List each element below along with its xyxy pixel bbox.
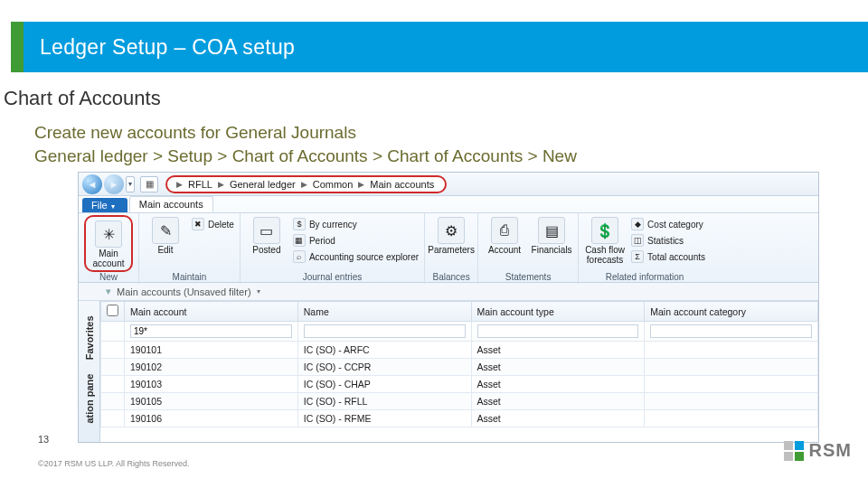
cost-label: Cost category [647,220,703,230]
logo-sq [784,452,793,461]
col-category[interactable]: Main account category [645,302,818,322]
totals-label: Total accounts [647,252,705,262]
col-name[interactable]: Name [297,302,471,322]
cell-type: Asset [471,410,645,427]
breadcrumb-item[interactable]: Common [309,179,357,190]
arrow-left-icon: ◄ [88,179,98,190]
table-header-row: Main account Name Main account type Main… [101,302,818,322]
printer-icon: ⎙ [491,217,518,244]
cell-name: IC (SO) - RFLL [297,393,471,410]
cash-icon: 💲 [591,217,618,244]
cash-flow-forecasts-button[interactable]: 💲 Cash flow forecasts [584,215,626,265]
tab-file[interactable]: File [82,198,127,212]
list-filter-bar[interactable]: ▾ Main accounts (Unsaved filter) ▾ [79,283,818,301]
delete-button[interactable]: ✖ Delete [192,217,234,231]
nav-forward-button[interactable]: ► [104,174,124,194]
period-button[interactable]: ▦Period [293,233,419,248]
filter-category[interactable] [645,322,818,342]
cell-name: IC (SO) - CCPR [297,359,471,376]
table-row[interactable]: 190103 IC (SO) - CHAP Asset [101,376,818,393]
cell-cat [645,342,818,359]
filter-input-category[interactable] [650,324,812,338]
cell-acct: 190105 [125,393,298,410]
filter-main-account[interactable] [125,322,298,342]
by-currency-label: By currency [309,220,357,230]
filter-type[interactable] [471,322,645,342]
edit-button[interactable]: ✎ Edit [145,215,186,256]
tab-main-accounts[interactable]: Main accounts [129,196,213,212]
statistics-button[interactable]: ◫Statistics [631,233,705,248]
filter-input-type[interactable] [477,324,639,338]
ribbon-group-balances: ⚙ Parameters Balances [425,213,478,284]
currency-icon: $ [293,218,306,230]
calendar-icon: ▦ [293,234,306,247]
breadcrumb-item[interactable]: General ledger [226,179,299,190]
nav-history-dropdown[interactable]: ▾ [126,176,135,192]
col-main-account[interactable]: Main account [125,302,298,322]
filter-title: Main accounts (Unsaved filter) [117,286,251,297]
cell-type: Asset [471,393,645,410]
delete-icon: ✖ [192,218,204,230]
document-icon: ▤ [538,217,565,244]
total-accounts-button[interactable]: ΣTotal accounts [631,249,705,264]
filter-name[interactable] [297,322,471,342]
parameters-label: Parameters [428,246,475,256]
breadcrumb-item[interactable]: Main accounts [366,179,438,190]
row-marker[interactable] [101,342,125,359]
side-rail[interactable]: ation pane Favorites [79,301,100,442]
cost-category-button[interactable]: ◆Cost category [631,217,705,231]
body-line-2: General ledger > Setup > Chart of Accoun… [34,145,850,168]
address-home-icon[interactable]: ▦ [140,176,158,192]
funnel-icon: ▾ [106,286,111,297]
table-row[interactable]: 190102 IC (SO) - CCPR Asset [101,359,818,376]
row-marker[interactable] [101,376,125,393]
ribbon-tabstrip: File Main accounts [79,196,818,213]
table-row[interactable]: 190106 IC (SO) - RFME Asset [101,410,818,427]
financials-button[interactable]: ▤ Financials [531,215,572,256]
parameters-button[interactable]: ⚙ Parameters [430,215,472,256]
grid-icon: ▦ [146,179,154,189]
col-checkbox[interactable] [101,302,125,322]
book-icon: ▭ [253,217,280,244]
row-marker[interactable] [101,410,125,427]
filter-input-main-account[interactable] [130,324,292,338]
ribbon-group-title: New [84,272,133,284]
cell-acct: 190106 [125,410,298,427]
nav-back-button[interactable]: ◄ [82,174,102,194]
parameters-icon: ⚙ [438,217,465,244]
table-row[interactable]: 190101 IC (SO) - ARFC Asset [101,342,818,359]
col-type[interactable]: Main account type [471,302,645,322]
copyright: ©2017 RSM US LLP. All Rights Reserved. [38,459,190,468]
body-block: Create new accounts for General Journals… [34,121,850,167]
row-marker[interactable] [101,359,125,376]
row-marker[interactable] [101,393,125,410]
select-all-checkbox[interactable] [107,305,118,316]
cell-name: IC (SO) - CHAP [297,376,471,393]
address-bar: ◄ ► ▾ ▦ ▶ RFLL ▶ General ledger ▶ Common… [79,173,818,196]
ribbon-group-title: Balances [430,272,472,284]
by-currency-button[interactable]: $By currency [293,217,419,231]
rail-label-top: Favorites [84,315,95,360]
ribbon-group-statements: ⎙ Account ▤ Financials Statements [478,213,579,284]
title-accent-bar [11,22,24,72]
breadcrumb-item[interactable]: RFLL [184,179,216,190]
breadcrumb[interactable]: ▶ RFLL ▶ General ledger ▶ Common ▶ Main … [165,175,447,193]
cell-type: Asset [471,359,645,376]
ribbon-group-title: Maintain [145,272,234,284]
posted-button[interactable]: ▭ Posted [246,215,288,256]
cell-cat [645,376,818,393]
cell-type: Asset [471,376,645,393]
account-statement-button[interactable]: ⎙ Account [484,215,525,256]
slide: Ledger Setup – COA setup Chart of Accoun… [0,0,868,488]
stats-label: Statistics [647,236,684,246]
accounting-source-explorer-button[interactable]: ⌕Accounting source explorer [293,249,419,264]
filter-input-name[interactable] [304,324,466,338]
main-account-new-button[interactable]: ✳ Main account [88,219,129,268]
new-account-icon: ✳ [95,221,122,248]
highlight-new: ✳ Main account [84,215,133,272]
ribbon-group-maintain: ✎ Edit ✖ Delete Maintain [139,213,241,284]
ribbon-group-new: ✳ Main account New [79,213,139,284]
table-row[interactable]: 190105 IC (SO) - RFLL Asset [101,393,818,410]
grid-area: ation pane Favorites Main account Name M… [79,301,818,442]
cell-cat [645,410,818,427]
